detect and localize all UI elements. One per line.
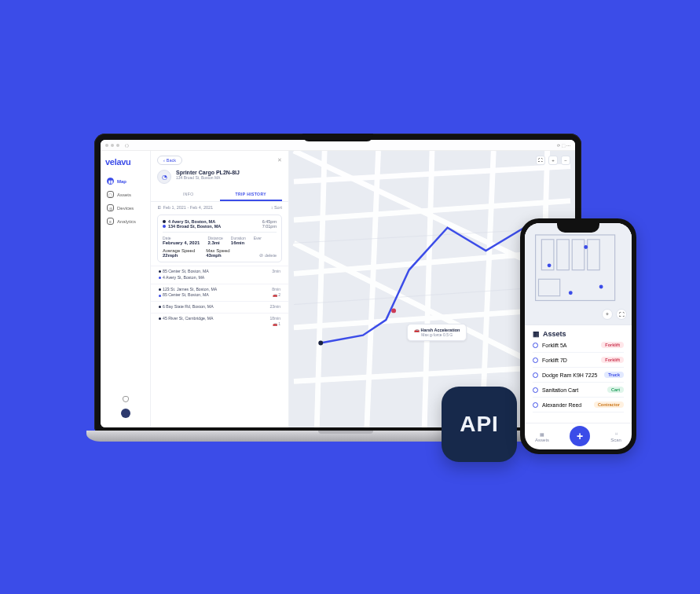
trip-avg-speed: 22mph — [163, 253, 195, 258]
trip-max-speed: 43mph — [206, 253, 229, 258]
trip-distance: 2.3mi — [207, 240, 222, 245]
phone-assets-panel: ▦ Assets Forklift 5A Forklift Forklift 7… — [525, 325, 632, 423]
svg-point-1 — [391, 308, 396, 313]
svg-point-2 — [318, 341, 323, 346]
date-range: Feb 1, 2021 - Feb 4, 2021 — [163, 205, 214, 210]
bell-icon[interactable] — [123, 396, 129, 402]
grid-icon: ▦ — [540, 431, 544, 437]
asset-row[interactable]: Sanitation Cart Cart — [533, 383, 624, 398]
asset-tag: Cart — [607, 387, 624, 393]
tab-info[interactable]: INFO — [157, 189, 220, 201]
svg-point-12 — [548, 263, 552, 267]
status-ring-icon — [533, 372, 538, 378]
phone-locate-button[interactable]: ⌖ — [602, 309, 613, 320]
devices-icon: ◎ — [107, 204, 114, 211]
scan-icon: ⌗ — [615, 431, 618, 437]
window-dot — [105, 144, 108, 147]
tooltip-subtitle: Max g-force 0.5 G — [414, 332, 460, 337]
trip-end-time: 7:01pm — [262, 224, 277, 229]
trip-duration: 16min — [231, 240, 246, 245]
asset-name: Alexander Reed — [542, 402, 581, 408]
window-dot — [111, 144, 114, 147]
status-ring-icon — [533, 387, 538, 393]
tabbar-scan[interactable]: ⌗ Scan — [610, 431, 621, 442]
sidebar-item-label: Analytics — [117, 219, 136, 224]
asset-row[interactable]: Alexander Reed Contractor — [533, 398, 624, 412]
asset-name: Sanitation Cart — [542, 387, 578, 393]
asset-name: Dodge Ram K9H 7225 — [542, 372, 597, 378]
trip-date: February 4, 2021 — [163, 240, 200, 245]
sidebar-item-analytics[interactable]: ≡ Analytics — [105, 214, 145, 228]
asset-tag: Truck — [604, 372, 624, 378]
asset-row[interactable]: Dodge Ram K9H 7225 Truck — [533, 368, 624, 383]
trip-row[interactable]: 123 St. James St, Boston, MA 85 Center S… — [151, 284, 288, 302]
asset-row[interactable]: Forklift 7D Forklift — [533, 353, 624, 368]
asset-name: Forklift 7D — [542, 358, 567, 363]
avatar[interactable] — [121, 409, 130, 418]
phone-notch — [557, 223, 599, 233]
svg-point-11 — [584, 245, 588, 249]
map-fullscreen-button[interactable]: ⛶ — [536, 156, 545, 165]
sidebar-item-label: Map — [117, 179, 126, 184]
asset-avatar-icon: ◔ — [157, 170, 171, 184]
phone-mockup: ⌖ ⛶ ▦ Assets Forklift 5A Forklift Forkli… — [520, 218, 636, 454]
tab-trip-history[interactable]: TRIP HISTORY — [220, 189, 283, 201]
sidebar-item-map[interactable]: ▮▮ Map — [105, 174, 145, 188]
api-badge: API — [442, 387, 517, 462]
map-event-tooltip: 🚗 Harsh Acceleration Max g-force 0.5 G — [407, 324, 467, 341]
status-ring-icon — [533, 358, 538, 363]
sidebar: velavu ▮▮ Map ▢ Assets ◎ Devices ≡ — [101, 151, 151, 427]
back-button[interactable]: ‹ Back — [157, 156, 182, 165]
back-label: Back — [167, 158, 176, 163]
status-ring-icon — [533, 402, 538, 408]
asset-tag: Forklift — [601, 357, 624, 363]
asset-subtitle: 134 Broad St, Boston MA — [176, 175, 240, 180]
calendar-icon[interactable]: 🗓 Feb 1, 2021 - Feb 4, 2021 — [157, 205, 213, 210]
tabbar-assets[interactable]: ▦ Assets — [535, 431, 549, 442]
laptop-screen: ⟨ ⟩ ⟳ ⬚ ⋯ velavu ▮▮ Map ▢ Assets — [94, 134, 581, 432]
phone-map[interactable]: ⌖ ⛶ — [525, 223, 632, 325]
phone-expand-button[interactable]: ⛶ — [616, 309, 627, 320]
assets-title: Assets — [543, 330, 566, 338]
map-icon: ▮▮ — [107, 178, 114, 185]
delete-button[interactable]: ⊘delete — [259, 253, 277, 258]
sidebar-item-assets[interactable]: ▢ Assets — [105, 188, 145, 201]
app-container: velavu ▮▮ Map ▢ Assets ◎ Devices ≡ — [101, 151, 575, 427]
laptop-notch — [302, 134, 373, 141]
asset-name: Forklift 5A — [542, 343, 567, 348]
window-dot — [116, 144, 119, 147]
status-ring-icon — [533, 343, 538, 348]
grid-icon: ▦ — [533, 330, 540, 338]
trip-row[interactable]: 6 Bay State Rd, Boston, MA 23min — [151, 301, 288, 313]
map-zoom-in-button[interactable]: + — [548, 156, 558, 165]
sort-button[interactable]: ↕ Sort — [271, 205, 282, 210]
svg-point-14 — [569, 291, 573, 295]
detail-panel: ‹ Back ✕ ◔ Sprinter Cargo PL2N-8IJ 134 B… — [151, 151, 289, 427]
trip-card[interactable]: 4 Avery St, Boston, MA 6:45pm 134 Broad … — [157, 214, 282, 262]
trip-row[interactable]: 85 Center St, Boston, MA 4 Avery St, Bos… — [151, 266, 288, 284]
sidebar-item-label: Devices — [117, 206, 134, 211]
delete-icon: ⊘ — [259, 253, 263, 258]
close-icon[interactable]: ✕ — [277, 157, 282, 163]
sidebar-item-devices[interactable]: ◎ Devices — [105, 201, 145, 214]
asset-tag: Forklift — [601, 342, 624, 348]
brand-logo: velavu — [105, 157, 145, 167]
browser-chrome: ⟨ ⟩ ⟳ ⬚ ⋯ — [101, 140, 575, 151]
svg-point-13 — [599, 285, 603, 289]
chevron-left-icon: ‹ — [163, 158, 165, 163]
map-zoom-out-button[interactable]: − — [561, 156, 570, 165]
trip-row[interactable]: 45 River St, Cambridge, MA 18min🚗 1 — [151, 313, 288, 329]
sidebar-item-label: Assets — [117, 192, 131, 197]
analytics-icon: ≡ — [107, 218, 114, 225]
trip-end-addr: 134 Broad St, Boston, MA — [168, 224, 221, 229]
asset-tag: Contractor — [594, 402, 624, 408]
phone-tabbar: ▦ Assets + ⌗ Scan — [525, 423, 632, 449]
api-label: API — [460, 412, 499, 437]
tabbar-add-button[interactable]: + — [570, 426, 590, 446]
asset-row[interactable]: Forklift 5A Forklift — [533, 338, 624, 353]
assets-icon: ▢ — [107, 191, 114, 198]
asset-title: Sprinter Cargo PL2N-8IJ — [176, 170, 240, 175]
